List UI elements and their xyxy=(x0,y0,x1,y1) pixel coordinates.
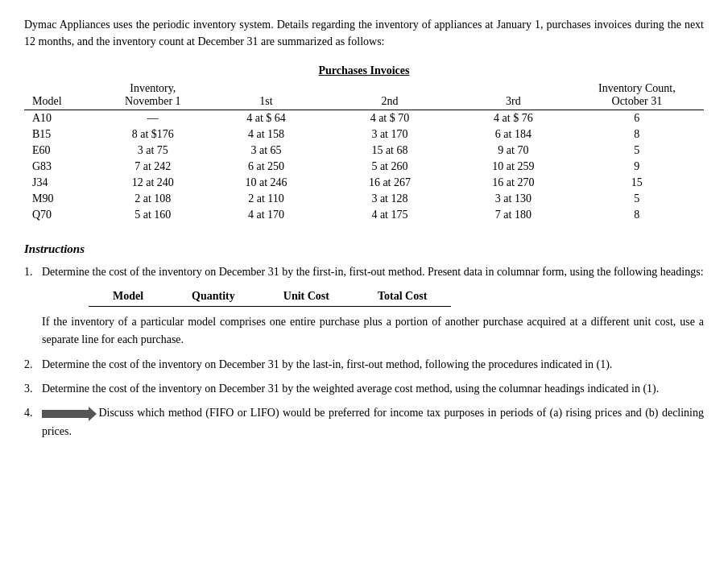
instructions-heading: Instructions xyxy=(24,239,704,258)
table-cell-0-1: — xyxy=(97,110,210,127)
col-heading-0: Model xyxy=(89,287,168,306)
table-row: M902 at 1082 at 1103 at 1283 at 1305 xyxy=(24,191,704,207)
instruction-4: 4. Discuss which method (FIFO or LIFO) w… xyxy=(24,404,704,440)
instruction-2: 2. Determine the cost of the inventory o… xyxy=(24,356,704,374)
instruction-3-text: Determine the cost of the inventory on D… xyxy=(42,380,704,398)
table-cell-0-2: 4 at $ 64 xyxy=(209,110,323,127)
table-cell-2-1: 3 at 75 xyxy=(97,143,210,159)
instruction-2-text: Determine the cost of the inventory on D… xyxy=(42,356,704,374)
arrow-icon xyxy=(42,410,90,418)
table-cell-6-1: 5 at 160 xyxy=(97,207,210,223)
table-cell-3-5: 9 xyxy=(570,159,704,175)
table-cell-2-4: 9 at 70 xyxy=(457,143,570,159)
model-col-header: Model xyxy=(24,81,97,110)
table-cell-6-2: 4 at 170 xyxy=(209,207,323,223)
table-cell-3-4: 10 at 259 xyxy=(457,159,570,175)
table-cell-1-3: 3 at 170 xyxy=(323,126,457,143)
instruction-4-text: Discuss which method (FIFO or LIFO) woul… xyxy=(42,404,704,440)
table-row: A10—4 at $ 644 at $ 704 at $ 766 xyxy=(24,110,704,127)
table-cell-2-2: 3 at 65 xyxy=(209,143,323,159)
table-cell-3-3: 5 at 260 xyxy=(323,159,457,175)
table-cell-6-3: 4 at 175 xyxy=(323,207,457,223)
table-cell-1-1: 8 at $176 xyxy=(97,126,210,143)
inventory-table: Model Inventory, November 1 1st 2nd 3rd … xyxy=(24,81,704,223)
table-cell-3-2: 6 at 250 xyxy=(209,159,323,175)
table-row: E603 at 753 at 6515 at 689 at 705 xyxy=(24,143,704,159)
table-cell-4-4: 16 at 270 xyxy=(457,175,570,191)
table-cell-5-1: 2 at 108 xyxy=(97,191,210,207)
instruction-1-num: 1. xyxy=(24,263,42,281)
third-col-header: 3rd xyxy=(457,81,570,110)
table-cell-4-0: J34 xyxy=(24,175,97,191)
table-row: Q705 at 1604 at 1704 at 1757 at 1808 xyxy=(24,207,704,223)
table-row: G837 at 2426 at 2505 at 26010 at 2599 xyxy=(24,159,704,175)
instruction-3-num: 3. xyxy=(24,380,42,398)
table-cell-2-5: 5 xyxy=(570,143,704,159)
table-cell-4-2: 10 at 246 xyxy=(209,175,323,191)
col-heading-3: Total Cost xyxy=(354,287,451,306)
table-cell-5-0: M90 xyxy=(24,191,97,207)
intro-paragraph: Dymac Appliances uses the periodic inven… xyxy=(24,16,704,50)
table-cell-4-5: 15 xyxy=(570,175,704,191)
table-cell-1-0: B15 xyxy=(24,126,97,143)
instruction-1: 1. Determine the cost of the inventory o… xyxy=(24,263,704,281)
table-cell-2-3: 15 at 68 xyxy=(323,143,457,159)
table-cell-5-3: 3 at 128 xyxy=(323,191,457,207)
first-col-header: 1st xyxy=(209,81,323,110)
table-row: J3412 at 24010 at 24616 at 26716 at 2701… xyxy=(24,175,704,191)
table-cell-3-0: G83 xyxy=(24,159,97,175)
column-headings-table: ModelQuantityUnit CostTotal Cost xyxy=(89,287,451,306)
instructions-section: Instructions 1. Determine the cost of th… xyxy=(24,239,704,440)
purchases-header: Purchases Invoices xyxy=(24,64,704,77)
if-text-paragraph: If the inventory of a particular model c… xyxy=(42,313,704,349)
table-cell-0-5: 6 xyxy=(570,110,704,127)
table-cell-4-3: 16 at 267 xyxy=(323,175,457,191)
table-cell-1-5: 8 xyxy=(570,126,704,143)
table-cell-6-4: 7 at 180 xyxy=(457,207,570,223)
second-col-header: 2nd xyxy=(323,81,457,110)
table-cell-0-4: 4 at $ 76 xyxy=(457,110,570,127)
table-cell-1-2: 4 at 158 xyxy=(209,126,323,143)
inventory-oct31-header: Inventory Count, October 31 xyxy=(570,81,704,110)
table-cell-2-0: E60 xyxy=(24,143,97,159)
inventory-nov1-header: Inventory, November 1 xyxy=(97,81,210,110)
instruction-3: 3. Determine the cost of the inventory o… xyxy=(24,380,704,398)
col-heading-2: Unit Cost xyxy=(259,287,354,306)
table-cell-6-0: Q70 xyxy=(24,207,97,223)
table-cell-5-4: 3 at 130 xyxy=(457,191,570,207)
table-cell-0-3: 4 at $ 70 xyxy=(323,110,457,127)
instruction-1-text: Determine the cost of the inventory on D… xyxy=(42,263,704,281)
col-heading-1: Quantity xyxy=(168,287,259,306)
instruction-4-num: 4. xyxy=(24,404,42,440)
table-row: B158 at $1764 at 1583 at 1706 at 1848 xyxy=(24,126,704,143)
table-cell-5-2: 2 at 110 xyxy=(209,191,323,207)
table-cell-1-4: 6 at 184 xyxy=(457,126,570,143)
table-cell-5-5: 5 xyxy=(570,191,704,207)
table-cell-0-0: A10 xyxy=(24,110,97,127)
instruction-2-num: 2. xyxy=(24,356,42,374)
if-text: If the inventory of a particular model c… xyxy=(42,313,704,349)
table-cell-4-1: 12 at 240 xyxy=(97,175,210,191)
table-cell-3-1: 7 at 242 xyxy=(97,159,210,175)
table-cell-6-5: 8 xyxy=(570,207,704,223)
